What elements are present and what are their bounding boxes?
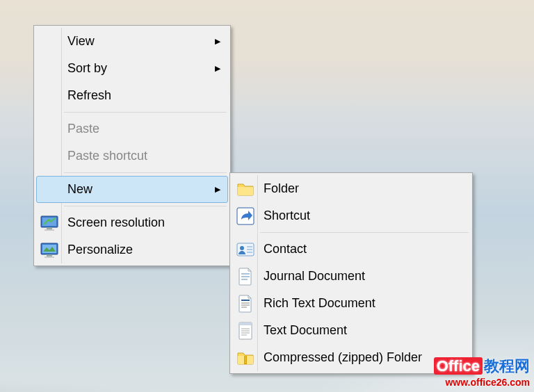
menu-item-label: Compressed (zipped) Folder bbox=[264, 350, 462, 365]
svg-point-10 bbox=[240, 246, 244, 250]
zip-icon bbox=[236, 348, 255, 368]
menu-item-sort-by[interactable]: Sort by ▶ bbox=[36, 55, 228, 82]
svg-rect-6 bbox=[47, 254, 52, 256]
submenu-arrow-icon: ▶ bbox=[215, 38, 220, 45]
watermark-title: 教程网 bbox=[484, 357, 530, 375]
menu-item-label: Folder bbox=[264, 181, 462, 196]
submenu-item-shortcut[interactable]: Shortcut bbox=[232, 202, 470, 229]
menu-item-label: New bbox=[67, 182, 201, 197]
rtf-icon bbox=[236, 294, 255, 313]
new-submenu: Folder Shortcut bbox=[229, 172, 473, 374]
blank-icon bbox=[40, 120, 59, 139]
menu-item-label: Paste bbox=[67, 122, 220, 136]
blank-icon bbox=[40, 59, 59, 79]
submenu-item-rtf[interactable]: Rich Text Document bbox=[232, 290, 470, 317]
screen-resolution-icon bbox=[40, 213, 59, 233]
submenu-arrow-icon: ▶ bbox=[215, 65, 220, 72]
submenu-arrow-icon: ▶ bbox=[215, 186, 220, 193]
shortcut-icon bbox=[236, 206, 255, 226]
submenu-item-text[interactable]: Text Document bbox=[232, 317, 470, 344]
personalize-icon bbox=[40, 240, 59, 260]
menu-item-label: Screen resolution bbox=[67, 215, 220, 230]
menu-item-label: Shortcut bbox=[264, 209, 462, 223]
blank-icon bbox=[40, 86, 59, 106]
submenu-item-journal[interactable]: Journal Document bbox=[232, 263, 470, 290]
menu-separator bbox=[64, 112, 227, 113]
submenu-item-zip[interactable]: Compressed (zipped) Folder bbox=[232, 344, 470, 371]
blank-icon bbox=[40, 147, 59, 166]
menu-item-label: Paste shortcut bbox=[67, 149, 220, 163]
menu-item-refresh[interactable]: Refresh bbox=[36, 82, 228, 109]
submenu-item-folder[interactable]: Folder bbox=[232, 175, 470, 202]
menu-separator bbox=[260, 232, 469, 233]
svg-rect-5 bbox=[42, 245, 56, 253]
menu-item-new[interactable]: New ▶ bbox=[36, 176, 228, 203]
svg-rect-7 bbox=[44, 256, 54, 258]
menu-item-label: Sort by bbox=[67, 61, 201, 76]
text-icon bbox=[236, 321, 255, 341]
blank-icon bbox=[40, 180, 59, 199]
menu-item-label: View bbox=[67, 34, 201, 49]
svg-rect-2 bbox=[47, 227, 52, 229]
journal-icon bbox=[236, 267, 255, 286]
svg-rect-3 bbox=[44, 229, 54, 231]
folder-icon bbox=[236, 179, 255, 199]
menu-separator bbox=[64, 172, 227, 173]
menu-item-view[interactable]: View ▶ bbox=[36, 28, 228, 55]
menu-item-paste: Paste bbox=[36, 115, 228, 142]
desktop-context-menu: View ▶ Sort by ▶ Refresh Paste Paste sho… bbox=[33, 25, 231, 266]
menu-item-label: Rich Text Document bbox=[264, 296, 462, 311]
menu-item-label: Journal Document bbox=[264, 269, 462, 284]
menu-item-personalize[interactable]: Personalize bbox=[36, 236, 228, 263]
menu-item-screen-resolution[interactable]: Screen resolution bbox=[36, 209, 228, 236]
menu-item-paste-shortcut: Paste shortcut bbox=[36, 142, 228, 170]
watermark-url: www.office26.com bbox=[434, 377, 530, 388]
submenu-item-contact[interactable]: Contact bbox=[232, 236, 470, 263]
menu-item-label: Personalize bbox=[67, 243, 220, 257]
blank-icon bbox=[40, 32, 59, 51]
contact-icon bbox=[236, 240, 255, 259]
menu-item-label: Text Document bbox=[264, 323, 462, 338]
svg-rect-22 bbox=[239, 322, 252, 325]
menu-separator bbox=[64, 206, 227, 206]
menu-item-label: Refresh bbox=[67, 88, 220, 103]
menu-item-label: Contact bbox=[264, 242, 462, 256]
